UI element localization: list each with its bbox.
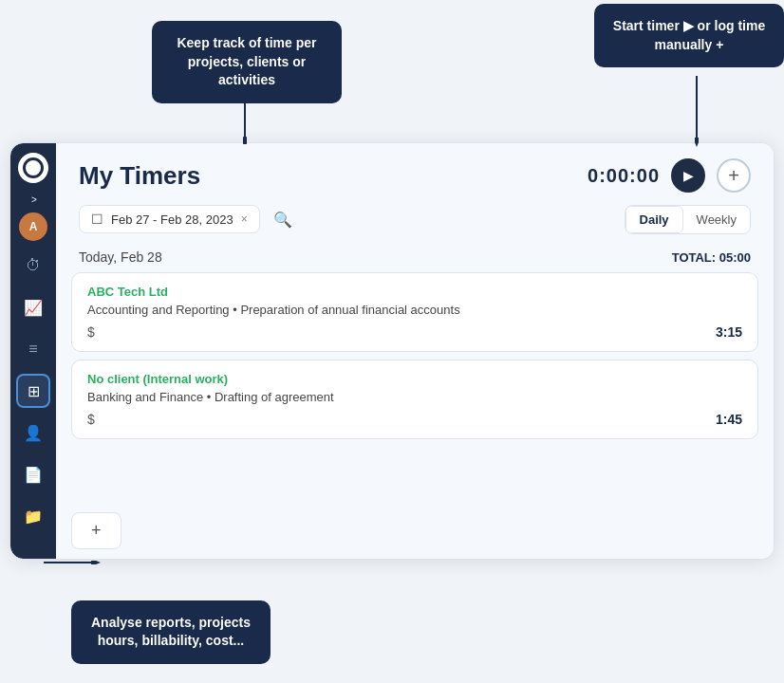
filter-left: ☐ Feb 27 - Feb 28, 2023 × 🔍 [79, 204, 298, 234]
calendar-icon: ☐ [91, 212, 103, 227]
app-container: > A ⏱ 📈 ≡ ⊞ 👤 📄 📁 My Timers 0:00:00 [9, 142, 775, 560]
entry-desc-0: Accounting and Reporting • Preparation o… [87, 303, 742, 317]
list-icon: ≡ [28, 341, 37, 358]
sidebar-item-documents[interactable]: 📄 [16, 457, 50, 491]
entry-card-0[interactable]: ABC Tech Ltd Accounting and Reporting • … [71, 272, 758, 352]
sidebar-logo[interactable] [18, 153, 48, 183]
users-icon: 👤 [24, 424, 43, 442]
filter-bar: ☐ Feb 27 - Feb 28, 2023 × 🔍 Daily Weekly [56, 204, 774, 246]
sidebar: > A ⏱ 📈 ≡ ⊞ 👤 📄 📁 [10, 143, 56, 559]
view-toggle: Daily Weekly [625, 205, 751, 234]
daily-view-button[interactable]: Daily [625, 206, 683, 233]
entry-time-1: 1:45 [716, 412, 742, 427]
date-filter-close-icon[interactable]: × [241, 212, 248, 226]
search-button[interactable]: 🔍 [268, 204, 298, 234]
date-section: Today, Feb 28 TOTAL: 05:00 [56, 246, 774, 272]
timer-display: 0:00:00 [588, 165, 660, 187]
total-label: TOTAL: 05:00 [672, 250, 751, 265]
main-content: My Timers 0:00:00 ▶ + ☐ Feb 27 - Feb 28,… [56, 143, 774, 559]
date-filter[interactable]: ☐ Feb 27 - Feb 28, 2023 × [79, 205, 260, 233]
tooltip-start-timer: Start timer ▶ or log time manually + [594, 4, 784, 67]
page-header: My Timers 0:00:00 ▶ + [56, 143, 774, 204]
date-label: Today, Feb 28 [79, 249, 162, 265]
logo-icon [23, 157, 44, 178]
entry-card-1[interactable]: No client (Internal work) Banking and Fi… [71, 360, 758, 439]
sidebar-item-grid[interactable]: ⊞ [16, 374, 50, 408]
page-title: My Timers [79, 161, 200, 191]
entry-client-0: ABC Tech Ltd [87, 285, 742, 299]
timer-icon: ⏱ [26, 257, 41, 274]
date-range-label: Feb 27 - Feb 28, 2023 [111, 212, 233, 227]
documents-icon: 📄 [24, 466, 43, 484]
sidebar-item-timers[interactable]: ⏱ [16, 249, 50, 283]
entry-footer-1: $ 1:45 [87, 412, 742, 427]
add-entry-button[interactable]: + [71, 512, 121, 549]
analytics-icon: 📈 [24, 299, 43, 317]
entry-client-1: No client (Internal work) [87, 372, 742, 386]
header-actions: 0:00:00 ▶ + [588, 158, 751, 193]
play-button[interactable]: ▶ [671, 158, 705, 193]
entry-billing-1: $ [87, 412, 95, 427]
grid-icon: ⊞ [28, 382, 40, 400]
search-icon: 🔍 [273, 211, 292, 229]
sidebar-expand-chevron[interactable]: > [31, 194, 37, 205]
tooltip-track-time: Keep track of time per projects, clients… [152, 21, 342, 103]
sidebar-item-analytics[interactable]: 📈 [16, 290, 50, 324]
add-entry-row: + [56, 503, 774, 559]
play-icon: ▶ [683, 168, 694, 183]
entries-list: ABC Tech Ltd Accounting and Reporting • … [56, 272, 774, 503]
folders-icon: 📁 [24, 508, 43, 526]
entry-billing-0: $ [87, 324, 95, 340]
sidebar-item-users[interactable]: 👤 [16, 415, 50, 450]
entry-footer-0: $ 3:15 [87, 324, 742, 340]
user-avatar[interactable]: A [19, 212, 47, 241]
add-timer-button[interactable]: + [717, 158, 751, 193]
weekly-view-button[interactable]: Weekly [683, 206, 750, 233]
entry-desc-1: Banking and Finance • Drafting of agreem… [87, 390, 742, 404]
add-icon: + [728, 165, 739, 187]
entry-time-0: 3:15 [716, 324, 742, 340]
sidebar-item-list[interactable]: ≡ [16, 332, 50, 366]
tooltip-analyse-reports: Analyse reports, projects hours, billabi… [71, 600, 271, 664]
sidebar-item-folders[interactable]: 📁 [16, 499, 50, 533]
svg-marker-5 [91, 561, 101, 564]
